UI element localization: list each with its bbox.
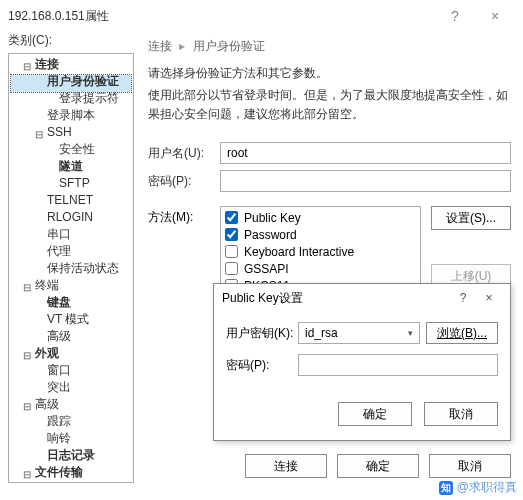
footer-buttons: 连接 确定 取消 bbox=[245, 454, 511, 478]
dialog-cancel-button[interactable]: 取消 bbox=[424, 402, 498, 426]
ok-button[interactable]: 确定 bbox=[337, 454, 419, 478]
titlebar: 192.168.0.151属性 ? × bbox=[0, 0, 523, 32]
note: 使用此部分以节省登录时间。但是，为了最大限度地提高安全性，如果担心安全问题，建议… bbox=[148, 86, 511, 124]
dialog-password-input[interactable] bbox=[298, 354, 498, 376]
window-title: 192.168.0.151属性 bbox=[8, 8, 435, 25]
breadcrumb: 连接 ▸ 用户身份验证 bbox=[148, 38, 511, 55]
method-label: 方法(M): bbox=[148, 206, 220, 318]
close-icon[interactable]: × bbox=[475, 8, 515, 24]
method-checkbox[interactable] bbox=[225, 211, 238, 224]
method-option[interactable]: GSSAPI bbox=[225, 260, 416, 277]
tree-twisty-icon: ⊟ bbox=[21, 279, 33, 296]
browse-button[interactable]: 浏览(B)... bbox=[426, 322, 498, 344]
method-option[interactable]: Password bbox=[225, 226, 416, 243]
dialog-title: Public Key设置 bbox=[222, 290, 450, 307]
watermark: 知@求职得真 bbox=[439, 479, 517, 496]
userkey-combobox[interactable]: id_rsa ▾ bbox=[298, 322, 420, 344]
category-panel: 类别(C): ⊟连接用户身份验证登录提示符登录脚本⊟SSH安全性隧道SFTPTE… bbox=[0, 32, 142, 500]
method-checkbox[interactable] bbox=[225, 262, 238, 275]
help-icon[interactable]: ? bbox=[435, 8, 475, 24]
dialog-close-icon[interactable]: × bbox=[476, 291, 502, 305]
method-checkbox[interactable] bbox=[225, 245, 238, 258]
public-key-dialog: Public Key设置 ? × 用户密钥(K): id_rsa ▾ 浏览(B)… bbox=[213, 283, 511, 441]
dialog-titlebar: Public Key设置 ? × bbox=[214, 284, 510, 312]
userkey-label: 用户密钥(K): bbox=[226, 325, 298, 342]
username-input[interactable] bbox=[220, 142, 511, 164]
chevron-down-icon: ▾ bbox=[408, 328, 413, 338]
username-label: 用户名(U): bbox=[148, 145, 220, 162]
password-input[interactable] bbox=[220, 170, 511, 192]
connect-button[interactable]: 连接 bbox=[245, 454, 327, 478]
method-option[interactable]: Keyboard Interactive bbox=[225, 243, 416, 260]
tree-twisty-icon: ⊟ bbox=[21, 466, 33, 483]
settings-button[interactable]: 设置(S)... bbox=[431, 206, 511, 230]
description: 请选择身份验证方法和其它参数。 bbox=[148, 65, 511, 82]
tree-twisty-icon: ⊟ bbox=[21, 58, 33, 75]
dialog-ok-button[interactable]: 确定 bbox=[338, 402, 412, 426]
cancel-button[interactable]: 取消 bbox=[429, 454, 511, 478]
dialog-help-icon[interactable]: ? bbox=[450, 291, 476, 305]
tree-twisty-icon: ⊟ bbox=[21, 347, 33, 364]
method-option[interactable]: Public Key bbox=[225, 209, 416, 226]
tree-twisty-icon: ⊟ bbox=[21, 398, 33, 415]
tree-item[interactable]: 保持活动状态 bbox=[11, 262, 131, 279]
tree-item[interactable]: 突出 bbox=[11, 381, 131, 398]
dialog-password-label: 密码(P): bbox=[226, 357, 298, 374]
tree-twisty-icon: ⊟ bbox=[33, 126, 45, 143]
password-label: 密码(P): bbox=[148, 173, 220, 190]
category-label: 类别(C): bbox=[8, 32, 134, 49]
tree-item[interactable]: 高级 bbox=[11, 330, 131, 347]
category-tree[interactable]: ⊟连接用户身份验证登录提示符登录脚本⊟SSH安全性隧道SFTPTELNETRLO… bbox=[8, 53, 134, 483]
method-checkbox[interactable] bbox=[225, 228, 238, 241]
